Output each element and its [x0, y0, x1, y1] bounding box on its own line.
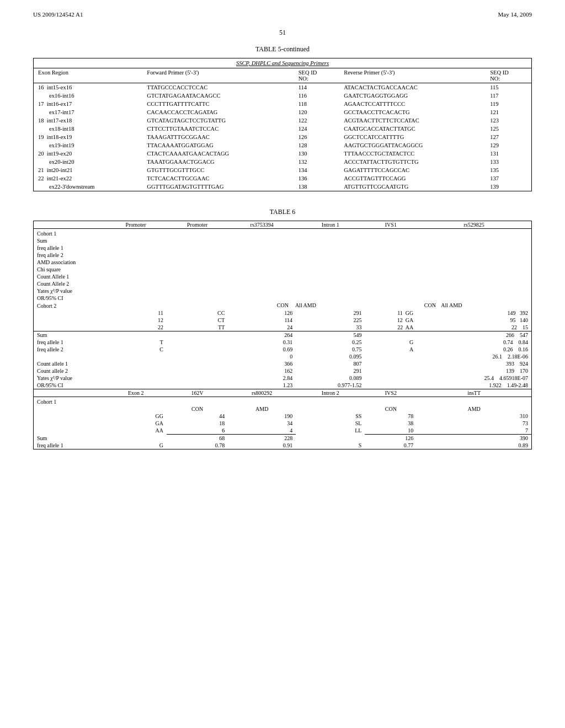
table-row: Cohort 1 — [34, 397, 532, 406]
sum-con2: 266 — [506, 332, 514, 338]
sum-con1: 264 — [228, 331, 296, 339]
table-row: AMD association — [34, 259, 532, 266]
con-label-1: CON — [277, 302, 289, 308]
t6-col0 — [34, 221, 105, 229]
allamd-label-1: All AMD — [295, 302, 316, 308]
table-row: freq allele 1 — [34, 244, 532, 251]
freq1-con: 0.31 — [228, 339, 296, 346]
col-reverse: Reverse Primer (5'-3') — [339, 68, 486, 83]
table6-title: TABLE 6 — [33, 208, 532, 216]
t6-col5: IVS1 — [365, 221, 417, 229]
con-label-3: CON — [191, 406, 203, 412]
page-number: 51 — [33, 29, 532, 37]
table-row: Chi square — [34, 266, 532, 273]
table-row: ex16-int16 GTCTATGAGAATACAAGCC 116 GAATC… — [34, 92, 532, 100]
table-row: freq allele 1 T 0.31 0.25 G 0.74 0.84 — [34, 339, 532, 346]
table-row: Sum 68 228 126 390 — [34, 435, 532, 442]
con-label-2: CON — [420, 302, 436, 308]
table-row: 11 CC 126 291 11 GG 149 392 — [34, 309, 532, 317]
table-row: 12 CT 114 225 12 GA 95 140 — [34, 317, 532, 324]
freq1-allamd: 0.25 — [296, 339, 365, 346]
table-row: freq allele 1 G 0.78 0.91 S 0.77 0.89 — [34, 442, 532, 449]
table-row: OR/95% CI 1.23 0.977-1.52 1.922 1.49-2.4… — [34, 382, 532, 389]
table-row: Yates χ²/P value — [34, 287, 532, 295]
table-row: ex22-3'downstream GGTTTGGATAGTGTTTTGAG 1… — [34, 183, 532, 191]
table-row: 21 int20-int21 GTGTTTGCGTTTGCC 134 GAGAT… — [34, 166, 532, 174]
table-row: Count Allele 2 — [34, 280, 532, 287]
page-header: US 2009/124542 A1 May 14, 2009 — [33, 11, 532, 18]
cohort2-label: Cohort 2 — [37, 303, 56, 309]
patent-date: May 14, 2009 — [498, 11, 532, 18]
table-row: GG 44 190 SS 78 310 — [34, 413, 532, 420]
table-row: ex20-int20 TAAATGGAAACTGGACG 132 ACCCTAT… — [34, 158, 532, 166]
t6-col6: rs529825 — [417, 221, 531, 229]
freq1-allele: T — [105, 339, 167, 346]
table-row: Count allele 2 162 291 139 170 — [34, 367, 532, 374]
sum-allamd2: 547 — [520, 332, 528, 338]
table-row: 19 int18-ex19 TAAAGATTTGCGGAAC 126 GGCTC… — [34, 133, 532, 141]
table-row: 18 int17-ex18 GTCATAGTAGCTCCTGTATTG 122 … — [34, 116, 532, 125]
freq1-allele2: G — [365, 339, 417, 346]
con-label-4: CON — [385, 406, 397, 412]
table-row: GA 18 34 SL 38 73 — [34, 420, 532, 427]
table5-title: TABLE 5-continued — [33, 45, 532, 53]
table-row: AA 6 4 LL 10 7 — [34, 427, 532, 435]
table-row: Sum 264 549 266 547 — [34, 331, 532, 339]
table-row: 22 int21-ex22 TCTCACACTTGCGAAC 136 ACCGT… — [34, 174, 532, 183]
table-row: ex18-int18 CTTCCTTGTAAATCTCCAC 124 CAATG… — [34, 125, 532, 133]
t6-col3: rs3753394 — [228, 221, 296, 229]
table-row: ex17-int17 CACAACCACCTCAGATAG 120 GCCTAA… — [34, 108, 532, 116]
table-row: CON AMD CON AMD — [34, 405, 532, 413]
table-row: Yates χ²/P value 2.84 0.089 25.4 4.65918… — [34, 374, 532, 382]
table-row: freq allele 2 — [34, 251, 532, 259]
col-seqid2: SEQ IDNO: — [486, 68, 531, 83]
sum-allamd1: 549 — [296, 331, 365, 339]
table-row: 17 int16-ex17 CCCTTTGATTTTCATTC 118 AGAA… — [34, 100, 532, 108]
table5: SSCP, DHPLC and Sequencing Primers Exon … — [33, 58, 532, 191]
col-seqid1: SEQ IDNO: — [294, 68, 339, 83]
col-forward: Forward Primer (5'-3') — [142, 68, 294, 83]
table-row: freq allele 2 C 0.69 0.75 A 0.26 0.16 — [34, 346, 532, 353]
amd-label-1: AMD — [255, 406, 268, 412]
table-row: 20 int19-ex20 CTACTCAAAATGAACACTAGG 130 … — [34, 149, 532, 158]
cohort1-2-label: Cohort 1 — [37, 399, 56, 405]
table-row: 22 TT 24 33 22 AA 22 15 — [34, 324, 532, 331]
t6-col1: Promoter — [105, 221, 167, 229]
table6: Promoter Promoter rs3753394 Intron 1 IVS… — [33, 221, 532, 449]
t6-col4: Intron 1 — [296, 221, 365, 229]
table-row: Count Allele 1 — [34, 273, 532, 280]
table-row: 0 0.095 26.1 2.18E-06 — [34, 353, 532, 360]
table-row: Cohort 1 — [34, 229, 532, 238]
amd-label-2: AMD — [467, 406, 480, 412]
table-row: Count allele 1 366 807 393 924 — [34, 360, 532, 367]
t6-col2: Promoter — [167, 221, 228, 229]
col-exon-region: Exon Region — [34, 68, 143, 83]
table-row: Sum — [34, 237, 532, 244]
table-row: 16 int15-ex16 TTATGCCCACCTCCAC 114 ATACA… — [34, 83, 532, 92]
patent-number: US 2009/124542 A1 — [33, 11, 83, 18]
table-row: OR/95% CI — [34, 295, 532, 302]
table-row: ex19-int19 TTACAAAATGGATGGAG 128 AAGTGCT… — [34, 141, 532, 149]
table5-section-title: SSCP, DHPLC and Sequencing Primers — [236, 60, 329, 66]
cohort1-label: Cohort 1 — [37, 231, 56, 237]
table-row: Exon 2 162V rs800292 Intron 2 IVS2 insTT — [34, 389, 532, 397]
allamd-label-2: All AMD — [441, 302, 462, 308]
table-row: Cohort 2 CON All AMD CON All AMD — [34, 302, 532, 309]
